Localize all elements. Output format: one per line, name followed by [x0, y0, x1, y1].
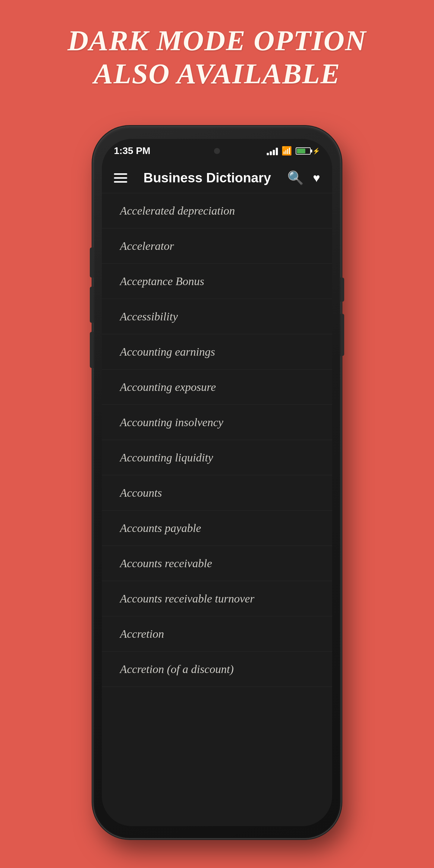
volume-button-right	[341, 314, 344, 356]
hamburger-line3	[114, 181, 127, 183]
battery-indicator: ⚡	[296, 147, 320, 155]
list-item-label: Accounts payable	[120, 522, 201, 534]
menu-button[interactable]	[114, 173, 127, 183]
list-item[interactable]: Accessibility	[102, 299, 332, 334]
list-item[interactable]: Accounting liquidity	[102, 440, 332, 475]
phone-mockup: 1:35 PM 📶 ⚡	[93, 127, 341, 844]
list-item-label: Accounting earnings	[120, 345, 215, 358]
list-item[interactable]: Acceptance Bonus	[102, 264, 332, 299]
list-item-label: Accounting liquidity	[120, 451, 213, 464]
list-item[interactable]: Accounts receivable	[102, 546, 332, 581]
list-item[interactable]: Accounts	[102, 475, 332, 510]
list-item-label: Accounting exposure	[120, 381, 216, 393]
search-button[interactable]: 🔍	[287, 170, 304, 186]
list-item[interactable]: Accounting earnings	[102, 334, 332, 370]
power-button	[341, 278, 344, 302]
list-item-label: Accessibility	[120, 310, 178, 323]
signal-icon	[267, 147, 278, 155]
camera-dot	[214, 148, 220, 154]
favorites-button[interactable]: ♥	[313, 171, 320, 185]
app-bar: Business Dictionary 🔍 ♥	[102, 163, 332, 193]
list-item[interactable]: Accelerator	[102, 228, 332, 264]
battery-fill	[297, 149, 305, 153]
list-item[interactable]: Accounts receivable turnover	[102, 581, 332, 616]
list-item-label: Accretion	[120, 627, 164, 640]
mute-button	[90, 247, 93, 278]
list-item-label: Acceptance Bonus	[120, 275, 204, 287]
list-item[interactable]: Accounts payable	[102, 510, 332, 546]
app-bar-actions: 🔍 ♥	[287, 170, 320, 186]
status-icons: 📶 ⚡	[267, 146, 320, 156]
list-item-label: Accounts receivable	[120, 557, 212, 569]
list-item-label: Accounts receivable turnover	[120, 592, 254, 605]
promo-line1: DARK MODE OPTION	[67, 24, 367, 57]
battery-box	[296, 147, 311, 155]
list-item-label: Accelerated depreciation	[120, 204, 235, 217]
list-item-label: Accretion (of a discount)	[120, 663, 234, 675]
wifi-icon: 📶	[281, 146, 292, 156]
list-item[interactable]: Accretion (of a discount)	[102, 652, 332, 687]
list-item-label: Accelerator	[120, 240, 174, 252]
app-title: Business Dictionary	[144, 170, 271, 185]
list-item[interactable]: Accelerated depreciation	[102, 193, 332, 228]
volume-down-button	[90, 332, 93, 368]
list-item-label: Accounts	[120, 487, 162, 499]
charging-icon: ⚡	[313, 147, 320, 155]
hamburger-line1	[114, 173, 127, 175]
hamburger-line2	[114, 177, 127, 179]
dictionary-list: Accelerated depreciationAcceleratorAccep…	[102, 193, 332, 826]
promo-line2: ALSO AVAILABLE	[67, 57, 367, 90]
phone-screen: 1:35 PM 📶 ⚡	[102, 139, 332, 826]
list-item[interactable]: Accounting exposure	[102, 370, 332, 405]
promo-text-block: DARK MODE OPTION ALSO AVAILABLE	[67, 24, 367, 91]
list-item[interactable]: Accretion	[102, 616, 332, 652]
volume-up-button	[90, 287, 93, 323]
status-time: 1:35 PM	[114, 145, 150, 156]
list-item[interactable]: Accounting insolvency	[102, 405, 332, 440]
list-item-label: Accounting insolvency	[120, 416, 223, 429]
status-bar: 1:35 PM 📶 ⚡	[102, 139, 332, 163]
